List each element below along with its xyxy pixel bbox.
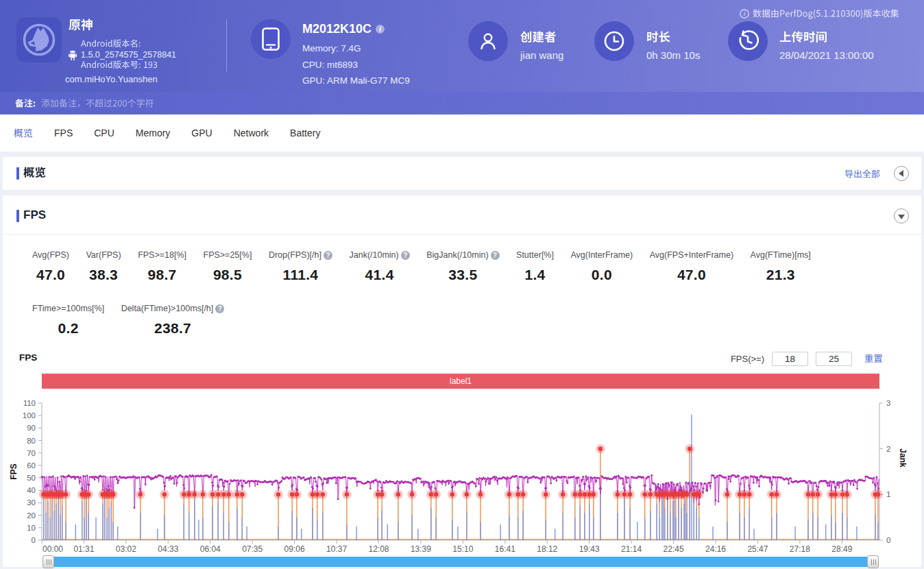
svg-text:04:33: 04:33 (158, 544, 178, 554)
help-icon[interactable]: ? (324, 251, 332, 260)
creator-label (520, 30, 557, 45)
metric-item: Avg(InterFrame)0.0 (570, 250, 633, 283)
metric-item: Drop(FPS)[/h]?111.4 (269, 250, 332, 283)
phone-icon (262, 27, 280, 51)
metric-value: 0.2 (32, 320, 104, 337)
grip-icon (47, 559, 48, 565)
help-icon[interactable]: ? (401, 251, 410, 260)
metric-value: 33.5 (426, 267, 499, 283)
overview-title (23, 167, 46, 180)
metric-value: 111.4 (269, 267, 332, 283)
fps-metrics-row-2: FTime>=100ms[%]0.2Delta(FTime)>100ms[/h]… (32, 304, 224, 337)
device-cpu: CPU: mt6893 (302, 60, 358, 70)
fps-chart-zone: FPS FPS(>=) label1 010203040506070809010… (3, 343, 921, 567)
creator-value: jian wang (520, 49, 563, 61)
help-icon[interactable]: ? (491, 251, 500, 260)
app-version-block: 1.5.0_2574575_2578841 (81, 39, 176, 71)
svg-text:110: 110 (23, 399, 36, 407)
remark-input[interactable] (41, 98, 154, 108)
metric-value: 47.0 (32, 267, 69, 283)
fps-metrics-row-1: Avg(FPS)47.0Var(FPS)38.3FPS>=18[%]98.7FP… (32, 250, 811, 283)
device-icon-circle (251, 19, 291, 59)
chart-scrollbar-track[interactable] (44, 557, 878, 567)
metric-item: Var(FPS)38.3 (86, 250, 121, 283)
svg-text:1: 1 (886, 490, 890, 498)
history-clock-icon (736, 29, 759, 53)
metric-label: FTime>=100ms[%] (32, 304, 104, 313)
export-all-link[interactable] (844, 169, 880, 179)
metric-value: 38.3 (86, 267, 121, 283)
svg-text:100: 100 (23, 411, 36, 420)
fps-chart-plot: 0102030405060708090100110012300:0001:310… (3, 343, 921, 555)
remark-label (15, 98, 36, 108)
overview-collapse-button[interactable] (894, 166, 909, 181)
metric-label: BigJank(/10min) (426, 250, 488, 260)
svg-text:0: 0 (32, 536, 36, 544)
metric-value: 41.4 (349, 267, 409, 283)
metric-item: Avg(FPS)47.0 (32, 250, 69, 283)
svg-text:70: 70 (27, 449, 36, 457)
overview-section-card (3, 157, 921, 190)
fps-section-header: FPS (3, 195, 921, 234)
metric-label: FPS>=25[%] (204, 250, 252, 260)
tab-network[interactable]: Network (234, 128, 269, 138)
tab-fps[interactable]: FPS (54, 128, 73, 138)
help-icon[interactable]: ? (215, 304, 224, 313)
metric-value: 47.0 (650, 267, 733, 283)
svg-text:06:04: 06:04 (200, 544, 221, 554)
svg-text:01:31: 01:31 (73, 544, 94, 554)
metric-item: FPS>=25[%]98.5 (204, 250, 252, 283)
chart-scrollbar (3, 555, 921, 569)
fps-collapse-button[interactable] (894, 208, 909, 223)
metric-label: Avg(FPS+InterFrame) (650, 250, 733, 260)
app-package: com.miHoYo.Yuanshen (65, 74, 158, 84)
metric-value: 21.3 (751, 267, 811, 283)
device-gpu: GPU: ARM Mali-G77 MC9 (302, 75, 410, 86)
svg-text:13:39: 13:39 (411, 544, 431, 554)
svg-text:50: 50 (27, 474, 36, 482)
tab-gpu[interactable]: GPU (191, 128, 212, 138)
svg-text:19:43: 19:43 (579, 544, 600, 554)
metric-item: Avg(FPS+InterFrame)47.0 (650, 250, 733, 283)
tab-cpu[interactable]: CPU (94, 128, 114, 138)
svg-text:18:12: 18:12 (537, 544, 557, 554)
header-divider (226, 19, 227, 71)
metric-value: 1.4 (516, 267, 554, 283)
tab-概览[interactable] (14, 128, 33, 138)
svg-text:10:37: 10:37 (326, 544, 347, 554)
chart-scrollbar-left-handle[interactable] (42, 555, 54, 568)
svg-text:03:02: 03:02 (116, 544, 136, 554)
clock-icon (603, 30, 625, 52)
svg-text:10: 10 (27, 524, 36, 532)
svg-text:Jank: Jank (898, 448, 908, 468)
tab-memory[interactable]: Memory (136, 128, 171, 138)
app-version-label (81, 39, 176, 50)
svg-text:80: 80 (27, 437, 36, 445)
fps-section-title: FPS (23, 208, 46, 222)
device-model: M2012K10Ci (302, 22, 385, 36)
svg-text:22:45: 22:45 (664, 544, 684, 554)
android-icon (68, 50, 77, 61)
svg-text:00:00: 00:00 (42, 544, 63, 554)
fps-section-card: FPS Avg(FPS)47.0Var(FPS)38.3FPS>=18[%]98… (3, 195, 921, 567)
app-name (69, 19, 93, 33)
remark-bar (0, 92, 924, 114)
svg-text:15:10: 15:10 (452, 544, 473, 554)
svg-text:07:35: 07:35 (242, 544, 263, 554)
collect-info: i (740, 8, 899, 19)
app-version-value: 1.5.0_2574575_2578841 (81, 50, 176, 61)
perfdog-wolf-icon (21, 22, 57, 58)
upload-value: 28/04/2021 13:00:00 (779, 49, 874, 61)
fps-accent-bar (16, 210, 19, 222)
chart-scrollbar-right-handle[interactable] (867, 555, 879, 568)
info-circle-icon: i (740, 9, 749, 19)
grip-icon (871, 559, 873, 565)
metric-label: FPS>=18[%] (138, 250, 186, 260)
report-header: 1.5.0_2574575_2578841 com.miHoYo.Yuanshe… (0, 0, 924, 92)
metric-label: Avg(InterFrame) (570, 250, 633, 260)
svg-text:i: i (744, 10, 746, 17)
collect-info-text (753, 8, 899, 19)
metric-value: 0.0 (570, 267, 633, 283)
device-info-icon[interactable]: i (376, 25, 385, 34)
tab-battery[interactable]: Battery (290, 128, 320, 138)
